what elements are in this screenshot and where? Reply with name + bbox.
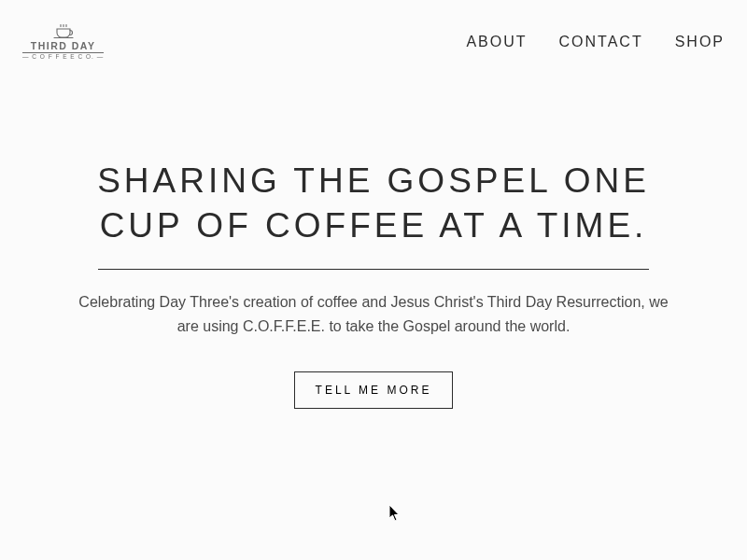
hero-headline: SHARING THE GOSPEL ONE CUP OF COFFEE AT …: [56, 159, 691, 248]
nav-about[interactable]: ABOUT: [466, 34, 527, 50]
brand-logo[interactable]: THIRD DAY — C O F F E E C O. —: [22, 24, 104, 60]
hero-section: SHARING THE GOSPEL ONE CUP OF COFFEE AT …: [0, 159, 747, 409]
hero-divider: [98, 269, 649, 270]
tell-me-more-button[interactable]: TELL ME MORE: [294, 371, 454, 409]
primary-nav: ABOUT CONTACT SHOP: [466, 34, 725, 50]
nav-contact[interactable]: CONTACT: [559, 34, 643, 50]
brand-line2: — C O F F E E C O. —: [22, 52, 104, 61]
site-header: THIRD DAY — C O F F E E C O. — ABOUT CON…: [0, 0, 747, 84]
nav-shop[interactable]: SHOP: [675, 34, 725, 50]
brand-line1: THIRD DAY: [31, 41, 96, 51]
hero-tagline: Celebrating Day Three's creation of coff…: [75, 290, 672, 338]
coffee-cup-icon: [51, 24, 76, 39]
mouse-cursor-icon: [388, 504, 402, 523]
